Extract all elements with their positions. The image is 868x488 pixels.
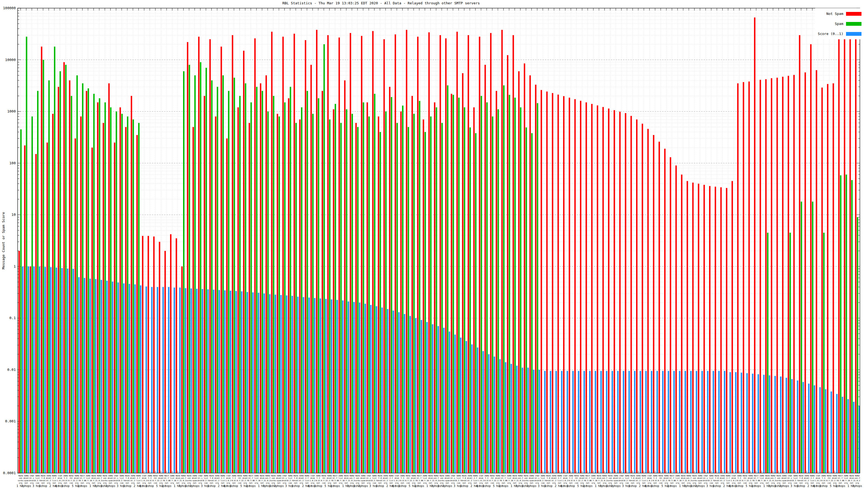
bar-spam <box>301 107 303 473</box>
x-tick-label: 0.Y.2 <box>321 480 327 482</box>
x-tick-label: org <box>816 482 820 484</box>
x-tick-label: org <box>844 482 848 484</box>
x-tick-label: org <box>283 482 286 484</box>
bar-not-spam <box>372 31 373 474</box>
bar-score <box>510 364 512 473</box>
bar-score <box>202 289 203 473</box>
x-hops-label: 2 hops <box>414 485 424 487</box>
x-tick-label: list <box>591 477 596 479</box>
bar-spam <box>368 117 370 473</box>
bar-not-spam <box>181 266 183 473</box>
bar-spam <box>441 123 443 473</box>
bar-spam <box>526 127 527 473</box>
bar-not-spam <box>816 70 817 473</box>
bar-spam <box>217 87 218 473</box>
x-tick-label: dnsbl <box>366 480 372 482</box>
bar-spam <box>447 86 448 473</box>
x-tick-label: 2.Y <box>221 477 225 479</box>
x-tick-label: sorbs <box>691 480 697 482</box>
x-tick-label: org <box>833 482 837 484</box>
bar-not-spam <box>591 104 592 473</box>
x-tick-label: 14@2 <box>619 475 624 477</box>
x-tick-label: dnsbl <box>720 477 725 479</box>
x-tick-label: dnsbl <box>551 477 557 479</box>
x-tick-label: 11@3 <box>142 475 147 477</box>
bar-not-spam <box>715 187 716 474</box>
bar-not-spam <box>428 32 430 473</box>
x-tick-label: 0.Y.1 <box>85 480 91 482</box>
bar-spam <box>480 96 482 473</box>
bar-not-spam <box>282 37 284 473</box>
bar-not-spam <box>232 35 233 473</box>
bar-spam <box>840 175 841 473</box>
legend-swatch-score-icon <box>846 32 862 36</box>
x-tick-label: 4@0@ <box>243 475 248 477</box>
x-tick-label: 2@0@ <box>254 475 259 477</box>
x-tick-label: net <box>530 482 533 484</box>
bar-spam <box>121 114 123 473</box>
x-tick-label: 0.3.0 <box>501 480 506 482</box>
x-tick-label: 2@9@ <box>299 475 304 477</box>
bar-not-spam <box>52 114 54 473</box>
x-tick-label: 0.Y.2 <box>489 480 495 482</box>
bar-not-spam <box>220 46 222 473</box>
x-hops-label: 2 hops <box>527 485 536 487</box>
x-tick-label: 0.2.Y <box>793 480 799 482</box>
x-tick-label: net <box>81 482 84 484</box>
x-tick-label: 11@3 <box>647 475 652 477</box>
x-tick-label: 0.2.Y <box>709 480 714 482</box>
bar-spam <box>857 217 858 473</box>
x-tick-label: list <box>793 477 798 479</box>
x-tick-label: 2.Y <box>53 477 56 479</box>
bar-score <box>808 384 809 473</box>
bar-not-spam <box>849 23 851 473</box>
x-tick-label: net <box>446 482 449 484</box>
x-tick-label: 0@5@ <box>743 475 748 477</box>
bar-score <box>494 357 495 473</box>
x-tick-label: 2@0@ <box>653 475 658 477</box>
x-tick-label: 2.2.Y <box>411 480 416 482</box>
bar-not-spam <box>293 34 295 473</box>
x-tick-label: zen <box>777 477 780 479</box>
bar-spam <box>514 98 516 473</box>
x-tick-label: bl.Y <box>333 477 338 479</box>
x-tick-label: 0@2@ <box>378 475 382 477</box>
bar-score <box>291 296 293 473</box>
x-tick-label: list <box>557 480 562 482</box>
bar-not-spam <box>35 154 37 473</box>
x-tick-label: 2@0@ <box>591 475 596 477</box>
bar-not-spam <box>794 75 795 473</box>
x-tick-label: net <box>64 482 67 484</box>
bar-score <box>774 376 776 473</box>
x-tick-label: com <box>710 482 713 484</box>
bar-not-spam <box>58 87 59 473</box>
x-tick-label: org <box>227 482 230 484</box>
x-tick-label: 0@6@ <box>855 475 860 477</box>
x-tick-label: dnsb <box>260 477 265 479</box>
x-tick-label: list <box>709 477 714 479</box>
x-tick-label: 4@0@ <box>580 475 585 477</box>
x-tick-label: dnsb <box>91 477 96 479</box>
bar-not-spam <box>524 63 525 473</box>
x-tick-label: org <box>115 482 118 484</box>
bar-not-spam <box>737 83 739 473</box>
bar-score <box>370 305 372 473</box>
x-tick-label: list <box>844 477 848 479</box>
x-tick-label: 2@0@ <box>614 475 618 477</box>
x-tick-label: dnsb <box>58 477 62 479</box>
x-tick-label: org <box>311 482 314 484</box>
x-tick-label: spam <box>614 480 618 482</box>
x-tick-label: 4@0@ <box>833 475 837 477</box>
x-tick-label: 0@0@ <box>557 475 562 477</box>
bar-score <box>336 300 338 473</box>
x-hops-label: 1 hop <box>291 485 300 487</box>
bar-not-spam <box>159 242 160 473</box>
bar-score <box>533 370 534 473</box>
bar-spam <box>273 96 274 473</box>
x-tick-label: 1.0.2 <box>349 480 355 482</box>
bar-score <box>623 371 624 473</box>
x-tick-label: 0.3.0 <box>753 480 759 482</box>
x-tick-label: 0@2@ <box>41 475 45 477</box>
x-tick-label: 2@0@ <box>782 475 787 477</box>
x-hops-label: 1 hop <box>230 485 238 487</box>
